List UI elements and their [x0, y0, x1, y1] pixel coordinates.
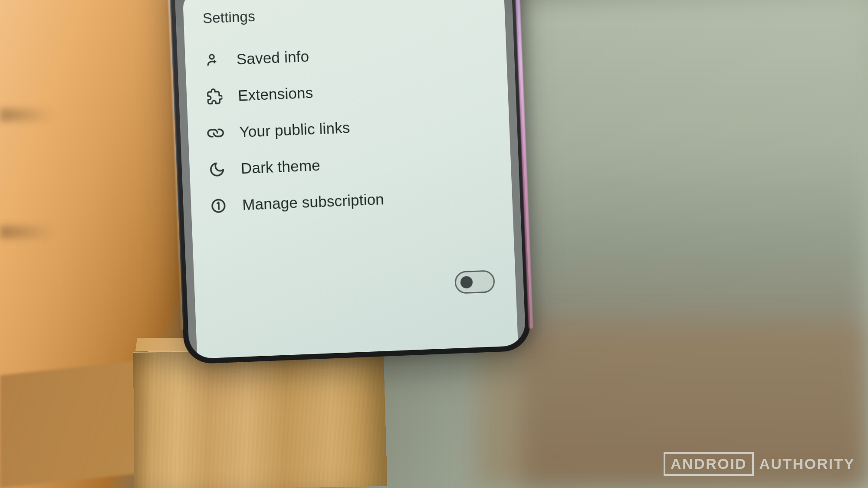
menu-item-label: Your public links	[239, 119, 350, 141]
menu-item-label: Saved info	[236, 48, 309, 68]
phone-device: Settings Saved info	[168, 0, 532, 364]
dark-theme-toggle[interactable]	[454, 270, 495, 294]
watermark-brand-box: ANDROID	[664, 452, 754, 476]
settings-bottom-sheet: Settings Saved info	[183, 0, 519, 359]
toggle-knob	[460, 276, 473, 288]
scene-background: Settings Saved info	[0, 0, 868, 488]
menu-item-label: Dark theme	[240, 157, 320, 177]
watermark-brand-text: AUTHORITY	[754, 452, 855, 476]
background-shelf-line	[0, 108, 182, 121]
stand-front-face	[133, 347, 388, 488]
background-shelf-line	[0, 226, 182, 239]
watermark: ANDROID AUTHORITY	[664, 452, 855, 476]
svg-point-0	[210, 55, 214, 59]
circled-one-icon	[210, 197, 227, 214]
sheet-title: Settings	[202, 0, 486, 27]
moon-icon	[208, 161, 225, 178]
link-icon	[207, 124, 224, 141]
menu-item-label: Manage subscription	[242, 190, 385, 213]
person-sparkle-icon	[204, 52, 221, 69]
phone-frame: Settings Saved info	[168, 0, 532, 364]
wooden-phone-stand	[134, 349, 385, 488]
extension-icon	[206, 88, 223, 105]
phone-screen: Settings Saved info	[174, 0, 526, 359]
dark-theme-toggle-container	[454, 270, 495, 294]
menu-item-label: Extensions	[237, 84, 313, 105]
